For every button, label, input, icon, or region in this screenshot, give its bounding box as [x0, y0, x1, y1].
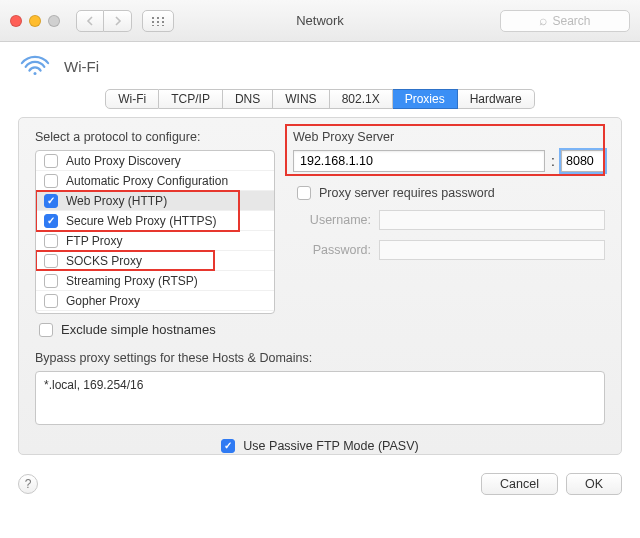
protocol-select-label: Select a protocol to configure: — [35, 130, 275, 144]
protocol-label: Web Proxy (HTTP) — [66, 194, 167, 208]
protocol-row-web-proxy[interactable]: Web Proxy (HTTP) — [36, 191, 274, 211]
zoom-window-button[interactable] — [48, 15, 60, 27]
checkbox[interactable] — [44, 154, 58, 168]
protocol-row-gopher-proxy[interactable]: Gopher Proxy — [36, 291, 274, 311]
search-placeholder: Search — [552, 14, 590, 28]
protocol-label: SOCKS Proxy — [66, 254, 142, 268]
checkbox[interactable] — [44, 234, 58, 248]
traffic-lights — [10, 15, 60, 27]
footer: ? Cancel OK — [0, 465, 640, 507]
search-field[interactable]: Search — [500, 10, 630, 32]
wifi-icon — [20, 54, 50, 79]
help-button[interactable]: ? — [18, 474, 38, 494]
protocol-row-auto-discovery[interactable]: Auto Proxy Discovery — [36, 151, 274, 171]
requires-password-label: Proxy server requires password — [319, 186, 495, 200]
svg-point-0 — [34, 72, 37, 75]
protocol-row-socks-proxy[interactable]: SOCKS Proxy — [36, 251, 274, 271]
password-input[interactable] — [379, 240, 605, 260]
protocol-row-secure-web-proxy[interactable]: Secure Web Proxy (HTTPS) — [36, 211, 274, 231]
proxies-panel: Select a protocol to configure: Auto Pro… — [18, 117, 622, 455]
cancel-button[interactable]: Cancel — [481, 473, 558, 495]
tab-bar: Wi-Fi TCP/IP DNS WINS 802.1X Proxies Har… — [0, 89, 640, 109]
checkbox[interactable] — [44, 254, 58, 268]
bypass-label: Bypass proxy settings for these Hosts & … — [35, 351, 605, 365]
protocol-label: Streaming Proxy (RTSP) — [66, 274, 198, 288]
show-all-button[interactable] — [142, 10, 174, 32]
username-label: Username: — [293, 213, 371, 227]
interface-header: Wi-Fi — [0, 42, 640, 89]
checkbox[interactable] — [44, 274, 58, 288]
tab-hardware[interactable]: Hardware — [458, 89, 535, 109]
protocol-list: Auto Proxy Discovery Automatic Proxy Con… — [35, 150, 275, 314]
protocol-row-ftp-proxy[interactable]: FTP Proxy — [36, 231, 274, 251]
tab-tcpip[interactable]: TCP/IP — [159, 89, 223, 109]
tab-wifi[interactable]: Wi-Fi — [105, 89, 159, 109]
requires-password-row[interactable]: Proxy server requires password — [297, 186, 605, 200]
host-port-separator: : — [551, 153, 555, 169]
pasv-row[interactable]: Use Passive FTP Mode (PASV) — [35, 439, 605, 453]
tab-dns[interactable]: DNS — [223, 89, 273, 109]
protocol-row-streaming-proxy[interactable]: Streaming Proxy (RTSP) — [36, 271, 274, 291]
protocol-label: FTP Proxy — [66, 234, 122, 248]
search-icon — [539, 13, 547, 28]
password-label: Password: — [293, 243, 371, 257]
nav-back-forward — [76, 10, 132, 32]
tab-wins[interactable]: WINS — [273, 89, 329, 109]
exclude-hostnames-row[interactable]: Exclude simple hostnames — [39, 322, 275, 337]
pasv-checkbox[interactable] — [221, 439, 235, 453]
protocol-row-auto-config[interactable]: Automatic Proxy Configuration — [36, 171, 274, 191]
close-window-button[interactable] — [10, 15, 22, 27]
protocol-label: Automatic Proxy Configuration — [66, 174, 228, 188]
proxy-host-input[interactable] — [293, 150, 545, 172]
pasv-label: Use Passive FTP Mode (PASV) — [243, 439, 418, 453]
protocol-label: Auto Proxy Discovery — [66, 154, 181, 168]
protocol-label: Gopher Proxy — [66, 294, 140, 308]
interface-name: Wi-Fi — [64, 58, 99, 75]
tab-8021x[interactable]: 802.1X — [330, 89, 393, 109]
checkbox[interactable] — [44, 174, 58, 188]
username-input[interactable] — [379, 210, 605, 230]
checkbox[interactable] — [44, 194, 58, 208]
exclude-hostnames-label: Exclude simple hostnames — [61, 322, 216, 337]
username-row: Username: — [293, 210, 605, 230]
titlebar: Network Search — [0, 0, 640, 42]
back-button[interactable] — [76, 10, 104, 32]
tab-proxies[interactable]: Proxies — [393, 89, 458, 109]
grid-icon — [151, 16, 165, 26]
minimize-window-button[interactable] — [29, 15, 41, 27]
ok-button[interactable]: OK — [566, 473, 622, 495]
proxy-server-row: : — [293, 150, 605, 172]
bypass-textarea[interactable]: *.local, 169.254/16 — [35, 371, 605, 425]
proxy-server-title: Web Proxy Server — [293, 130, 605, 144]
protocol-label: Secure Web Proxy (HTTPS) — [66, 214, 216, 228]
checkbox[interactable] — [44, 214, 58, 228]
forward-button[interactable] — [104, 10, 132, 32]
requires-password-checkbox[interactable] — [297, 186, 311, 200]
exclude-hostnames-checkbox[interactable] — [39, 323, 53, 337]
password-row: Password: — [293, 240, 605, 260]
checkbox[interactable] — [44, 294, 58, 308]
proxy-port-input[interactable] — [561, 150, 605, 172]
